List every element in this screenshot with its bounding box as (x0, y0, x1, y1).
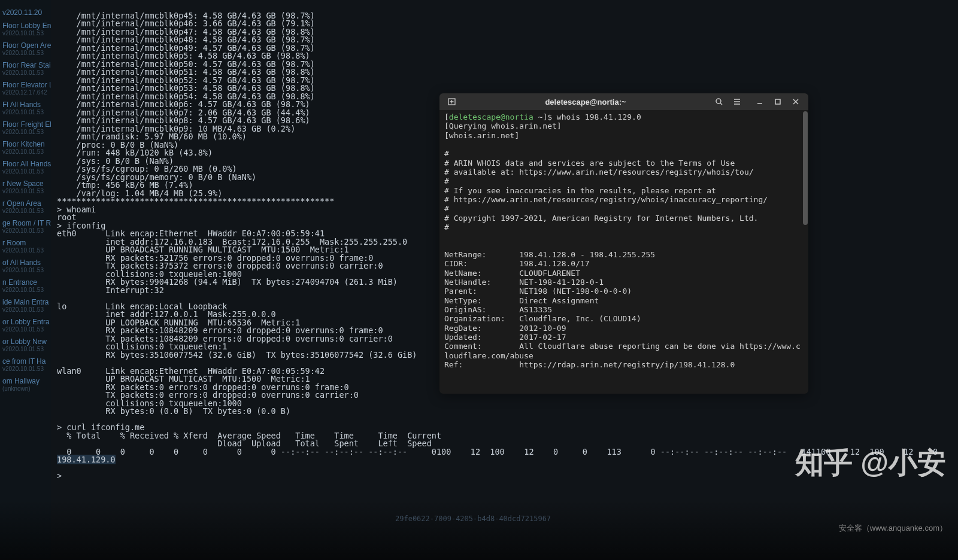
sidebar-item-title: Floor Elevator L (2, 81, 48, 89)
close-button[interactable] (787, 93, 805, 110)
sidebar-item-timestamp: v2020.10.01.53 (2, 30, 48, 36)
close-icon (792, 98, 799, 105)
sidebar-item-title: Floor Kitchen (2, 140, 48, 148)
sidebar-item-timestamp: v2020.10.01.53 (2, 326, 48, 333)
sidebar-item-title: Floor Lobby En (2, 22, 48, 30)
sidebar-item[interactable]: Fl All Handsv2020.10.01.53 (0, 97, 51, 117)
sidebar-item-title: Floor All Hands (2, 160, 48, 168)
sidebar-item-title: om Hallway (2, 377, 48, 385)
sidebar-item-title: ce from IT Ha (2, 357, 48, 366)
sidebar-item[interactable]: or Lobby Entrav2020.10.01.53 (0, 314, 51, 334)
footer: 29fe0622-7009-4205-b4d8-40dcd7215967 安全客… (0, 500, 958, 560)
sidebar-item-title: of All Hands (2, 258, 48, 267)
sidebar-item-timestamp: v2020.10.01.53 (2, 109, 48, 115)
sidebar-item-title: Fl All Hands (2, 101, 48, 109)
sidebar-item[interactable]: Floor Elevator Lv2020.12.17.642 (0, 77, 51, 97)
window-titlebar[interactable]: deletescape@nortia:~ (439, 93, 808, 110)
new-tab-button[interactable] (443, 93, 461, 110)
sidebar-item[interactable]: r Roomv2020.10.01.53 (0, 235, 51, 255)
sidebar-item-title: r New Space (2, 179, 48, 188)
sidebar-item-title: ge Room / IT R (2, 219, 48, 227)
search-button[interactable] (710, 93, 728, 110)
sidebar-item-timestamp: v2020.10.01.53 (2, 267, 48, 273)
sidebar-item[interactable]: Floor All Handsv2020.10.01.53 (0, 156, 51, 176)
sidebar-item[interactable]: r Open Areav2020.10.01.53 (0, 196, 51, 215)
sidebar-item[interactable]: of All Handsv2020.10.01.53 (0, 255, 51, 275)
sidebar-item-title: or Lobby New (2, 337, 48, 346)
sidebar-item-timestamp: v2020.10.01.53 (2, 69, 48, 76)
sidebar-item-timestamp: v2020.10.01.53 (2, 287, 48, 293)
sidebar-item-timestamp: v2020.10.01.53 (2, 168, 48, 175)
footer-hash: 29fe0622-7009-4205-b4d8-40dcd7215967 (395, 515, 551, 523)
sidebar-item-timestamp: v2020.10.01.53 (2, 129, 48, 135)
sidebar-item-timestamp: v2020.10.01.53 (2, 50, 48, 56)
sidebar-item-timestamp: v2020.10.01.53 (2, 247, 48, 254)
curl-result-ip: 198.41.129.0 (57, 455, 116, 464)
hamburger-icon (733, 98, 741, 106)
sidebar-item[interactable]: Floor Lobby Env2020.10.01.53 (0, 18, 51, 38)
gnome-terminal-body[interactable]: [deletescape@nortia ~]$ whois 198.41.129… (439, 110, 808, 394)
sidebar-item-timestamp: v2020.10.01.53 (2, 366, 48, 372)
minimize-icon (756, 98, 763, 105)
sidebar-item-timestamp: v2020.10.01.53 (2, 227, 48, 234)
sidebar-item[interactable]: v2020.11.20 (0, 5, 51, 18)
sidebar-item[interactable]: ide Main Entrav2020.10.01.53 (0, 294, 51, 314)
sidebar-item-timestamp: v2020.12.17.642 (2, 89, 48, 96)
gnome-terminal-output: [deletescape@nortia ~]$ whois 198.41.129… (444, 112, 804, 369)
sidebar-item-title: r Open Area (2, 199, 48, 208)
sidebar-item[interactable]: or Lobby Newv2020.10.01.53 (0, 334, 51, 354)
sidebar-item[interactable]: ge Room / IT Rv2020.10.01.53 (0, 215, 51, 235)
sidebar-item[interactable]: r New Spacev2020.10.01.53 (0, 176, 51, 196)
sidebar-item-title: v2020.11.20 (2, 8, 48, 17)
svg-point-3 (716, 99, 721, 104)
svg-rect-9 (775, 99, 780, 104)
sidebar-item-timestamp: v2020.10.01.53 (2, 208, 48, 214)
sidebar-item[interactable]: n Entrancev2020.10.01.53 (0, 275, 51, 294)
search-icon (715, 98, 723, 106)
sidebar-item-title: ide Main Entra (2, 298, 48, 306)
sidebar-item[interactable]: Floor Rear Stairv2020.10.01.53 (0, 57, 51, 77)
sidebar-item-timestamp: (unknown) (2, 385, 48, 392)
sidebar-item[interactable]: ce from IT Hav2020.10.01.53 (0, 354, 51, 373)
scrollbar-thumb[interactable] (803, 111, 808, 225)
sidebar-item-title: r Room (2, 239, 48, 247)
sidebar-item-timestamp: v2020.10.01.53 (2, 346, 48, 352)
menu-button[interactable] (728, 93, 746, 110)
maximize-icon (774, 98, 781, 105)
gnome-terminal-window[interactable]: deletescape@nortia:~ [deletescape@nortia… (439, 93, 808, 394)
watermark: 知乎 @小安 (795, 444, 946, 482)
footer-attribution: 安全客（www.anquanke.com） (839, 523, 947, 534)
svg-line-4 (720, 103, 722, 105)
sidebar-item-title: or Lobby Entra (2, 318, 48, 326)
scrollbar[interactable] (802, 110, 808, 394)
sidebar-item-title: Floor Open Area (2, 41, 48, 50)
maximize-button[interactable] (769, 93, 787, 110)
sidebar-item-title: n Entrance (2, 278, 48, 287)
sidebar-item-timestamp: v2020.10.01.53 (2, 188, 48, 194)
sidebar-camera-list: v2020.11.20Floor Lobby Env2020.10.01.53F… (0, 0, 51, 560)
window-title: deletescape@nortia:~ (461, 98, 710, 106)
sidebar-item[interactable]: Floor Kitchenv2020.10.01.53 (0, 136, 51, 156)
minimize-button[interactable] (751, 93, 769, 110)
sidebar-item[interactable]: om Hallway(unknown) (0, 373, 51, 393)
sidebar-item-title: Floor Freight El (2, 120, 48, 129)
sidebar-item[interactable]: Floor Freight Elv2020.10.01.53 (0, 117, 51, 136)
sidebar-item-timestamp: v2020.10.01.53 (2, 306, 48, 313)
sidebar-item-title: Floor Rear Stair (2, 61, 48, 69)
sidebar-item-timestamp: v2020.10.01.53 (2, 148, 48, 155)
sidebar-item[interactable]: Floor Open Areav2020.10.01.53 (0, 38, 51, 57)
